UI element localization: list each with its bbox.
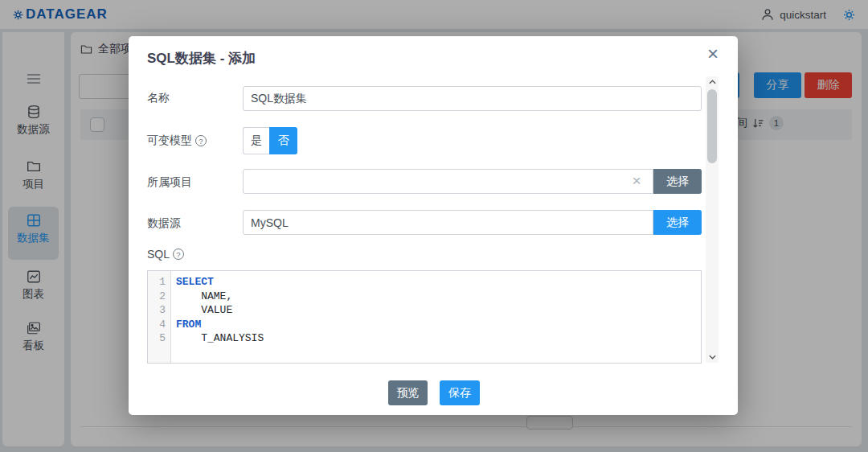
app-screen: DATAGEAR quickstart (0, 0, 868, 452)
line-number: 1 (148, 275, 166, 290)
sql-dataset-add-dialog: SQL数据集 - 添加 × 名称 可变模型 ? 是 否 所属项目 × 选择 数据… (129, 36, 738, 415)
sql-field-label: SQL ? (147, 248, 184, 261)
scrollbar-thumb[interactable] (707, 89, 717, 163)
project-field-label: 所属项目 (147, 175, 192, 190)
toggle-yes-button[interactable]: 是 (243, 127, 269, 154)
code-line: FROM (176, 318, 701, 332)
sql-gutter: 12345 (148, 271, 171, 363)
datasource-select-button[interactable]: 选择 (653, 210, 702, 235)
mutable-model-label: 可变模型 ? (147, 134, 207, 148)
line-number: 4 (148, 318, 166, 332)
name-field-label: 名称 (147, 91, 170, 105)
dialog-title: SQL数据集 - 添加 (147, 49, 256, 68)
preview-button[interactable]: 预览 (388, 380, 428, 405)
datasource-input[interactable] (243, 210, 653, 235)
project-input[interactable] (243, 169, 653, 194)
line-number: 5 (148, 331, 166, 346)
code-line: VALUE (176, 303, 701, 318)
project-select-button[interactable]: 选择 (653, 169, 702, 194)
toggle-no-button[interactable]: 否 (269, 127, 297, 154)
scroll-up-icon[interactable] (706, 76, 719, 88)
mutable-model-toggle: 是 否 (243, 127, 297, 154)
help-icon[interactable]: ? (173, 249, 184, 260)
save-button[interactable]: 保存 (440, 380, 480, 405)
sql-code-editor[interactable]: 12345 SELECT NAME, VALUEFROM T_ANALYSIS (147, 270, 702, 364)
scroll-down-icon[interactable] (706, 351, 719, 363)
sql-code: SELECT NAME, VALUEFROM T_ANALYSIS (171, 271, 701, 363)
code-line: SELECT (176, 275, 701, 290)
code-line: T_ANALYSIS (176, 331, 701, 346)
clear-icon[interactable]: × (628, 173, 645, 189)
datasource-field-label: 数据源 (147, 216, 181, 231)
close-icon[interactable]: × (707, 44, 719, 64)
line-number: 3 (148, 303, 166, 318)
dialog-scrollbar[interactable] (706, 76, 719, 363)
code-line: NAME, (176, 290, 701, 304)
line-number: 2 (148, 290, 166, 304)
help-icon[interactable]: ? (195, 135, 207, 146)
name-input[interactable] (243, 86, 702, 111)
